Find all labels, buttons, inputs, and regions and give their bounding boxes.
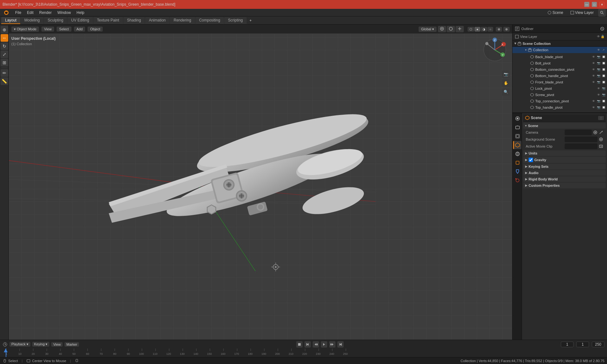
movie-clip-value[interactable] [565,143,598,149]
maximize-button[interactable]: □ [592,2,597,7]
units-section-header[interactable]: ▶ Units [523,150,606,156]
viewport-gizmo[interactable]: X Y Z [482,37,507,63]
stop-button[interactable] [296,341,303,348]
transform-tool[interactable]: ⊞ [1,59,8,66]
wireframe-shade-btn[interactable]: ⬡ [468,27,474,32]
collection-select[interactable]: ↗ [601,48,606,52]
collection-visibility[interactable]: 👁 [596,48,601,52]
jump-end-button[interactable] [337,341,344,348]
step-forward-button[interactable] [329,341,335,348]
mode-selector[interactable]: ▾ Object Mode [11,27,39,32]
move-tool[interactable]: ↔ [1,34,8,42]
outliner-ctrl-1[interactable]: 👁 [597,35,600,38]
tab-layout[interactable]: Layout [1,17,20,24]
props-world-icon[interactable] [513,150,521,158]
camera-view-btn[interactable]: 📷 [502,70,510,78]
item-visibility[interactable]: 👁 [591,105,596,110]
audio-section-header[interactable]: ▶ Audio [523,170,606,176]
tab-modeling[interactable]: Modeling [21,17,44,24]
props-render-icon[interactable] [513,114,521,123]
jump-start-button[interactable] [304,341,311,348]
scale-tool[interactable]: ⤢ [1,51,8,58]
cursor-tool[interactable]: ⊕ [1,26,8,33]
item-camera[interactable]: 📷 [596,74,601,78]
measure-tool[interactable]: 📏 [1,77,8,85]
item-visibility[interactable]: 👁 [591,80,596,84]
movie-clip-icon[interactable] [599,144,603,149]
viewport[interactable]: ▾ Object Mode View Select Add Object Glo… [9,25,512,345]
tab-compositing[interactable]: Compositing [195,17,224,24]
view-btn[interactable]: View [51,342,63,347]
item-camera[interactable]: 📷 [596,99,601,103]
tab-texture-paint[interactable]: Texture Paint [93,17,123,24]
props-object-icon[interactable] [513,159,521,167]
tab-scripting[interactable]: Scripting [224,17,247,24]
view-layer-selector[interactable]: View Layer [568,10,596,15]
add-menu[interactable]: Add [74,27,85,32]
keying-btn[interactable]: Keying ▾ [32,342,50,347]
select-menu[interactable]: Select [57,27,71,32]
props-viewlayer-icon[interactable] [513,132,521,140]
item-render[interactable]: 🔲 [601,99,606,103]
tab-uv-editing[interactable]: UV Editing [67,17,93,24]
end-frame[interactable]: 250 [592,342,604,347]
outliner-item-screw-pivot[interactable]: Screw_pivot 👁 📷 [512,92,607,98]
item-visibility[interactable]: 👁 [591,55,596,59]
transform-pivot[interactable] [456,26,464,32]
gizmo-toggle[interactable]: ⊕ [503,27,510,32]
close-button[interactable]: ✕ [599,2,604,7]
solid-shade-btn[interactable]: ● [475,27,480,32]
overlay-toggle[interactable]: ⊕ [496,27,502,32]
item-camera[interactable]: 📷 [596,105,601,110]
tab-animation[interactable]: Animation [145,17,169,24]
props-output-icon[interactable] [513,123,521,131]
item-camera[interactable]: 📷 [596,67,601,72]
camera-picker-icon[interactable] [593,130,598,135]
menu-blender[interactable] [1,9,12,16]
item-visibility[interactable]: 👁 [591,99,596,103]
current-frame-display[interactable]: 1 [561,342,573,347]
play-button[interactable] [321,341,327,348]
props-scene-icon[interactable] [513,141,521,149]
global-selector[interactable]: Global ▾ [419,27,437,32]
start-frame[interactable]: 1 [576,342,589,347]
gravity-checkbox[interactable] [529,158,533,162]
item-camera[interactable]: 📷 [596,55,601,59]
item-visibility[interactable]: 👁 [591,67,596,72]
menu-window[interactable]: Window [55,10,73,15]
item-render[interactable]: 🔲 [601,61,606,65]
search-button[interactable] [598,9,606,16]
menu-file[interactable]: File [13,10,24,15]
props-particles-icon[interactable] [513,176,521,185]
add-workspace-button[interactable]: + [247,18,254,23]
outliner-item-bottom-connection-pivot[interactable]: Bottom_connection_pivot 👁 📷 🔲 [512,66,607,73]
menu-help[interactable]: Help [74,10,87,15]
tab-sculpting[interactable]: Sculpting [44,17,67,24]
camera-value[interactable] [565,130,592,135]
item-visibility[interactable]: 👁 [591,74,596,78]
minimize-button[interactable]: — [584,2,589,7]
outliner-item-bottom-handle-pivot[interactable]: Bottom_handle_pivot 👁 📷 🔲 [512,73,607,79]
item-render[interactable]: 🔲 [601,67,606,72]
item-camera[interactable]: 📷 [601,93,606,97]
menu-render[interactable]: Render [37,10,54,15]
marker-btn[interactable]: Marker [64,342,79,347]
material-preview-btn[interactable]: ◑ [481,27,487,32]
zoom-btn[interactable]: 🔍 [502,88,510,96]
camera-edit-icon[interactable] [599,130,603,135]
outliner-item-bolt-pivot[interactable]: Bolt_pivot 👁 📷 🔲 [512,60,607,66]
item-visibility[interactable]: 👁 [596,86,601,91]
outliner-item-top-handle-pivot[interactable]: Top_handle_pivot 👁 📷 🔲 [512,104,607,111]
item-visibility[interactable]: 👁 [596,93,601,97]
item-visibility[interactable]: 👁 [591,61,596,65]
scene-collection-header[interactable]: ▾ Scene Collection [512,40,607,47]
timeline-ruler[interactable]: 1 10 20 30 40 50 60 70 80 90 100 110 [0,349,607,357]
bg-scene-value[interactable] [565,136,598,142]
proportional-edit[interactable] [447,26,455,32]
step-back-button[interactable] [313,341,319,348]
tab-shading[interactable]: Shading [123,17,145,24]
hand-tool-btn[interactable]: ✋ [502,79,510,87]
outliner-item-top-connection-pivot[interactable]: Top_connection_pivot 👁 📷 🔲 [512,98,607,104]
workspace-selector[interactable]: Scene [545,10,566,15]
props-modifier-icon[interactable] [513,167,521,176]
